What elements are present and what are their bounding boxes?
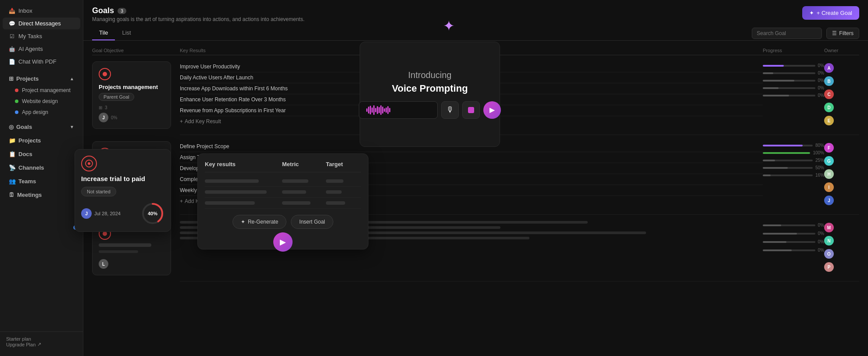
mic-button[interactable]: 🎙 <box>441 101 459 119</box>
row-0-right: Improve User Productivity Daily Active U… <box>180 55 859 135</box>
sidebar-section-teams[interactable]: 👥 Teams <box>3 175 80 187</box>
kr-header-label: Key results <box>205 161 282 167</box>
voice-play-button[interactable]: ▶ <box>483 101 501 119</box>
sidebar-item-ai-agents[interactable]: 🤖 AI Agents <box>3 43 80 55</box>
pb-row: 100% <box>763 150 824 155</box>
kr-panel-header: Key results Metric Target <box>205 161 361 172</box>
insert-goal-button[interactable]: Insert Goal <box>291 215 333 229</box>
voice-waveform <box>359 101 438 119</box>
key-results-panel: Key results Metric Target ✦ Re-Generate … <box>197 153 368 249</box>
page-header: Goals 3 Managing goals is the art of tur… <box>83 0 868 26</box>
regenerate-button[interactable]: ✦ Re-Generate <box>232 215 286 229</box>
filters-button[interactable]: ☰ Filters <box>826 28 859 39</box>
avatar: C <box>824 89 834 99</box>
progress-bars-1: 80% 100% 25% 50% <box>763 141 824 208</box>
avatar: I <box>824 182 834 192</box>
trial-date: Jul 28, 2024 <box>94 211 121 216</box>
pb-row: 80% <box>763 143 824 148</box>
avatar: P <box>824 262 834 272</box>
plan-upgrade[interactable]: Upgrade Plan ↗ <box>6 342 77 347</box>
sidebar-sub-project-management[interactable]: Project management <box>3 85 80 96</box>
goal-footer-2: L <box>99 259 164 269</box>
docs-icon: 📋 <box>9 151 16 157</box>
tab-tile[interactable]: Tile <box>92 26 115 40</box>
sidebar: 📥 Inbox 💬 Direct Messages ☑ My Tasks 🤖 A… <box>0 0 83 356</box>
trial-card: Increase trial to paid Not started J Jul… <box>75 149 171 232</box>
inbox-icon: 📥 <box>9 8 15 14</box>
teams-icon: 👥 <box>9 178 16 185</box>
sidebar-item-inbox[interactable]: 📥 Inbox <box>3 5 80 17</box>
avatar: A <box>824 63 834 73</box>
goals-icon: ◎ <box>9 124 14 130</box>
progress-bars-0: 0% 0% 0% 0% <box>763 61 824 128</box>
avatar: O <box>824 249 834 259</box>
file-icon: 📄 <box>9 59 15 65</box>
voice-title-text: Voice Prompting <box>392 83 468 94</box>
placeholder <box>99 250 138 253</box>
owners-1: F G H I J <box>824 141 859 208</box>
robot-icon: 🤖 <box>9 46 15 52</box>
check-icon: ☑ <box>9 33 15 39</box>
metric-header-label: Metric <box>282 161 326 167</box>
dot-green-icon <box>15 100 18 103</box>
sidebar-section-goals[interactable]: ◎ Goals ▼ <box>3 121 80 133</box>
sidebar-section-docs[interactable]: 📋 Docs <box>3 148 80 160</box>
trial-card-footer: J Jul 28, 2024 40% <box>81 202 164 225</box>
external-link-icon: ↗ <box>37 342 41 347</box>
sidebar-section-meetings[interactable]: 🗓 Meetings <box>3 189 80 201</box>
sidebar-section-projects2[interactable]: 📁 Projects <box>3 135 80 146</box>
pb-row: 50% <box>763 165 824 170</box>
col-progress: Progress <box>763 48 824 53</box>
col-goal-objective: Goal Objective <box>92 46 180 55</box>
trial-card-title: Increase trial to paid <box>81 175 164 182</box>
sidebar-item-my-tasks[interactable]: ☑ My Tasks <box>3 30 80 42</box>
kr-panel-row <box>205 198 361 209</box>
owners-2: M N O P <box>824 221 859 275</box>
sidebar-sub-website-design[interactable]: Website design <box>3 96 80 107</box>
sidebar-section-projects[interactable]: ⊞ Projects ▲ <box>3 73 80 85</box>
sidebar-item-chat-pdf[interactable]: 📄 Chat With PDF <box>3 56 80 68</box>
pb-row: 0% <box>763 85 824 90</box>
goal-meta-0: ⊞ 3 <box>99 105 164 110</box>
voice-prompting-overlay: Introducing Voice Prompting 🎙 <box>360 42 500 147</box>
pb-row: 0% <box>763 63 824 68</box>
avatar: N <box>824 236 834 246</box>
not-started-badge[interactable]: Not started <box>81 187 116 196</box>
page-title-row: Goals 3 <box>92 6 304 15</box>
search-goal-input[interactable] <box>752 28 822 39</box>
tab-list[interactable]: List <box>115 26 138 40</box>
sparkle-icon: ✦ <box>443 18 455 34</box>
pb-row: 0% <box>763 239 824 244</box>
chat-icon: 💬 <box>9 21 15 27</box>
pb-row: 0% <box>763 78 824 83</box>
stop-button[interactable] <box>462 101 480 119</box>
avatar: F <box>824 143 834 153</box>
channels-icon: 📡 <box>9 164 16 171</box>
view-tabs: Tile List <box>92 26 138 40</box>
avatar: M <box>824 223 834 232</box>
sidebar-sub-app-design[interactable]: App design <box>3 107 80 117</box>
parent-goal-badge-0: Parent Goal <box>99 93 134 101</box>
kr-panel-row <box>205 187 361 198</box>
kr-panel-row <box>205 176 361 187</box>
trial-user-info: J Jul 28, 2024 <box>81 208 121 219</box>
avatar: J <box>824 196 834 205</box>
chevron-down-icon: ▼ <box>70 125 74 129</box>
goal-footer-0: J 0% <box>99 113 164 122</box>
sidebar-section-channels[interactable]: 📡 Channels <box>3 162 80 174</box>
kr-panel-play-button[interactable]: ▶ <box>273 232 293 252</box>
col-owner: Owner <box>824 48 859 53</box>
pb-row: 0% <box>763 71 824 75</box>
pb-row: 25% <box>763 158 824 163</box>
avatar-2: L <box>99 259 108 269</box>
goal-card-projects-management: Projects management Parent Goal ⊞ 3 J 0% <box>92 55 180 135</box>
sidebar-item-direct-messages[interactable]: 💬 Direct Messages <box>3 18 80 29</box>
voice-controls: 🎙 ▶ <box>359 101 501 119</box>
tabs-right-controls: ☰ Filters <box>752 28 859 39</box>
trial-progress-ring: 40% <box>141 202 164 225</box>
voice-intro-text: Introducing <box>408 70 452 80</box>
goal-icon-projects <box>99 68 111 80</box>
create-goal-button[interactable]: ✦ + Create Goal <box>802 6 859 20</box>
tabs-bar: Tile List ☰ Filters <box>83 26 868 41</box>
projects-icon: 📁 <box>9 137 16 144</box>
